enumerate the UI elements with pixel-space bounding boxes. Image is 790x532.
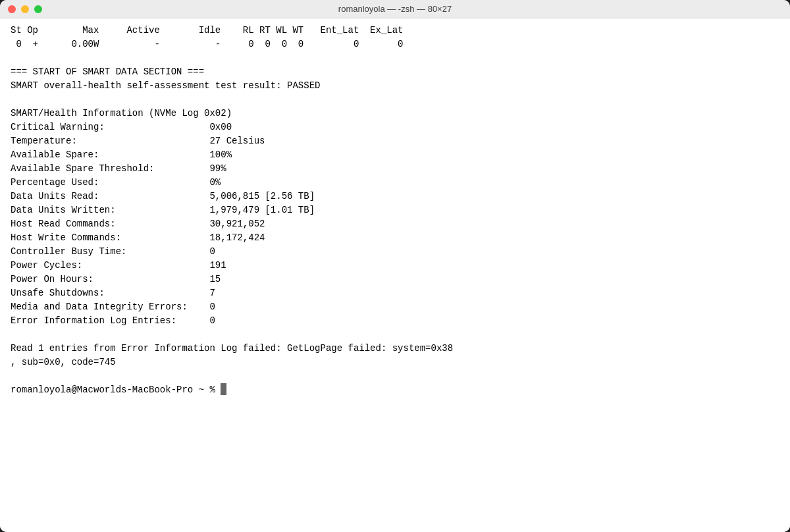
window-controls[interactable]: [8, 5, 42, 13]
minimize-button[interactable]: [21, 5, 29, 13]
close-button[interactable]: [8, 5, 16, 13]
window-title: romanloyola — -zsh — 80×27: [338, 4, 452, 14]
terminal-body[interactable]: St Op Max Active Idle RL RT WL WT Ent_La…: [0, 18, 790, 532]
titlebar: romanloyola — -zsh — 80×27: [0, 0, 790, 18]
maximize-button[interactable]: [34, 5, 42, 13]
terminal-window: romanloyola — -zsh — 80×27 St Op Max Act…: [0, 0, 790, 532]
terminal-cursor: [221, 383, 226, 395]
